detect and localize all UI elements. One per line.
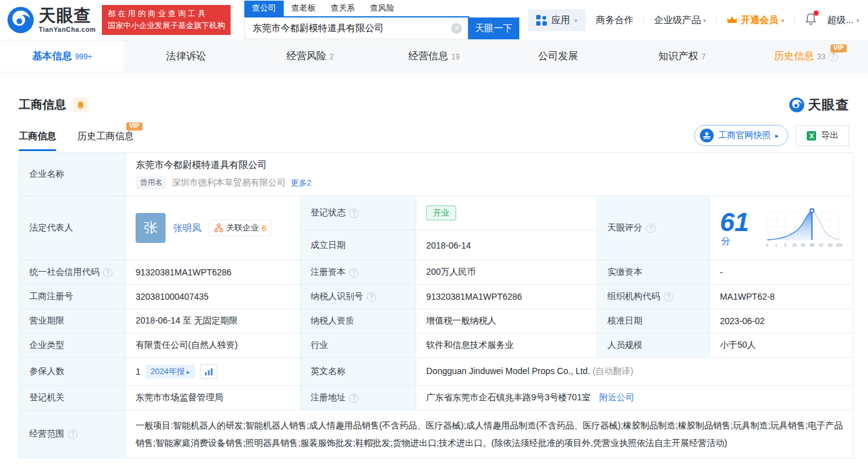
reg-authority-value: 东莞市市场监督管理局: [126, 386, 301, 410]
slogan-banner: 都在用的商业查询工具 国家中小企业发展子基金旗下机构: [102, 5, 231, 36]
search-tab-boss[interactable]: 查老板: [284, 1, 323, 16]
search-tab-relation[interactable]: 查关系: [323, 1, 362, 16]
industry-value: 软件和信息技术服务业: [416, 333, 597, 358]
tianyancha-logo[interactable]: 天眼查 TianYanCha.com: [6, 6, 96, 34]
business-info-tabs: 工商信息 VIP 历史工商信息: [19, 131, 134, 151]
more-former-names-link[interactable]: 更多2: [291, 177, 311, 189]
staff-size-value: 小于50人: [710, 333, 854, 358]
business-scope-value: 一般项目:智能机器人的研发;智能机器人销售;成人情趣用品销售(不含药品、医疗器械…: [136, 417, 843, 452]
taxpayer-id-label: 纳税人识别号?: [301, 285, 416, 309]
subscribe-bell-icon[interactable]: [72, 97, 89, 112]
legal-rep-avatar[interactable]: 张: [136, 213, 166, 243]
taxpayer-quality-value: 增值税一般纳税人: [416, 309, 597, 333]
svg-text:3: 3: [784, 243, 787, 247]
apps-label: 应用: [551, 14, 570, 26]
official-snapshot-button[interactable]: 工商官网快照 ▸: [694, 125, 788, 146]
tab-basic-info[interactable]: 基本信息 999+: [0, 41, 124, 72]
former-name-value: 深圳市德利本草贸易有限公司: [172, 177, 286, 189]
tab-legal-litigation[interactable]: 法律诉讼: [124, 41, 247, 72]
table-row-company-type: 企业类型 有限责任公司(自然人独资) 行业 软件和信息技术服务业 人员规模 小于…: [19, 333, 854, 358]
table-row-credit-code: 统一社会信用代码? 91320381MA1WPT6286 注册资本? 200万人…: [19, 260, 854, 285]
business-term-value: 2018-06-14 至 无固定期限: [126, 309, 301, 333]
export-button[interactable]: 导出: [796, 125, 849, 146]
notification-dot: [814, 11, 819, 16]
insured-trend-button[interactable]: [200, 364, 217, 379]
score-label: 天眼评分?: [597, 196, 710, 260]
help-icon[interactable]: ?: [367, 292, 376, 302]
related-companies-badge[interactable]: 关联企业 6: [209, 220, 272, 236]
establish-date-label: 成立日期: [301, 230, 416, 260]
reg-authority-label: 登记机关: [19, 386, 126, 410]
org-code-value: MA1WPT62-8: [710, 285, 854, 309]
legal-rep-name-link[interactable]: 张明凤: [173, 222, 201, 234]
insured-count-label: 参保人数: [19, 358, 126, 386]
reg-number-label: 工商注册号: [19, 285, 126, 309]
reg-number-value: 320381000407435: [126, 285, 301, 309]
apps-menu[interactable]: 应用 ▾: [528, 9, 586, 31]
search-tab-company[interactable]: 查公司: [244, 1, 284, 16]
help-icon[interactable]: ?: [103, 268, 112, 277]
menu-open-vip[interactable]: 开通会员 ▾: [727, 14, 784, 26]
search-tab-risk[interactable]: 查风险: [362, 1, 402, 16]
tab-operating-info[interactable]: 经营信息 19: [372, 41, 496, 72]
taxpayer-id-value: 91320381MA1WPT6286: [416, 285, 597, 309]
bar-chart-icon: [204, 368, 213, 376]
tianyancha-logo-icon: [789, 97, 805, 113]
taxpayer-quality-label: 纳税人资质: [301, 309, 416, 333]
chevron-down-icon: ▾: [782, 17, 785, 23]
business-term-label: 营业期限: [19, 309, 126, 333]
help-icon[interactable]: ?: [664, 292, 673, 302]
paid-capital-value: -: [710, 260, 854, 285]
help-icon[interactable]: ?: [646, 224, 656, 233]
divider: [794, 15, 795, 25]
search-input[interactable]: [244, 17, 468, 39]
table-row-insured-count: 参保人数 1 2024年报 ▸: [19, 358, 854, 386]
divider: [716, 15, 717, 25]
nearby-companies-link[interactable]: 附近公司: [599, 392, 634, 402]
search-tabs: 查公司 查老板 查关系 查风险: [244, 1, 469, 17]
slogan-line2: 国家中小企业发展子基金旗下机构: [107, 20, 225, 32]
help-icon[interactable]: ?: [349, 268, 359, 277]
help-icon[interactable]: ?: [349, 209, 359, 218]
tab-company-development[interactable]: 公司发展: [496, 41, 620, 72]
tab-history-info[interactable]: VIP 历史信息 33 ?: [744, 41, 868, 72]
table-row-business-term: 营业期限 2018-06-14 至 无固定期限 纳税人资质 增值税一般纳税人 核…: [19, 309, 854, 333]
menu-enterprise-product[interactable]: 企业级产品 ▾: [654, 14, 706, 26]
help-icon[interactable]: ?: [68, 430, 77, 439]
subtab-history-business-info[interactable]: VIP 历史工商信息: [77, 131, 134, 151]
excel-icon: [806, 131, 817, 141]
svg-text:0: 0: [766, 243, 769, 247]
credit-code-label: 统一社会信用代码?: [19, 260, 126, 285]
reg-capital-value: 200万人民币: [416, 260, 597, 285]
notifications-bell-icon[interactable]: [805, 12, 817, 27]
chevron-right-icon: ▸: [187, 368, 190, 375]
table-row-reg-number: 工商注册号 320381000407435 纳税人识别号? 91320381MA…: [19, 285, 854, 309]
annual-report-badge[interactable]: 2024年报 ▸: [146, 365, 195, 378]
table-row-business-scope: 经营范围? 一般项目:智能机器人的研发;智能机器人销售;成人情趣用品销售(不含药…: [19, 410, 854, 458]
reg-address-value: 广东省东莞市企石镇兆丰路9号3号楼701室: [426, 392, 591, 402]
insured-count-value: 1: [136, 367, 141, 377]
stamp-icon: [700, 129, 714, 142]
company-name-value: 东莞市今都尉模特道具有限公司: [136, 159, 843, 171]
page: 天眼查 TianYanCha.com 都在用的商业查询工具 国家中小企业发展子基…: [0, 0, 868, 474]
main-content: 工商信息 天眼查 工商信息 VIP: [0, 96, 868, 458]
table-row-reg-authority: 登记机关 东莞市市场监督管理局 注册地址? 广东省东莞市企石镇兆丰路9号3号楼7…: [19, 386, 854, 410]
english-name-label: 英文名称: [301, 358, 416, 386]
org-code-label: 组织机构代码?: [597, 285, 710, 309]
top-header: 天眼查 TianYanCha.com 都在用的商业查询工具 国家中小企业发展子基…: [0, 0, 868, 40]
subtab-business-info[interactable]: 工商信息: [19, 131, 56, 151]
former-name-badge: 曾用名: [136, 176, 167, 189]
establish-date-value: 2018-06-14: [416, 230, 597, 260]
menu-super-vip[interactable]: 超级... ▾: [827, 14, 859, 26]
score-distribution-chart: 0 1 3 15 50 85 97 99 100: [765, 205, 843, 251]
approval-date-value: 2023-06-02: [710, 309, 854, 333]
help-icon[interactable]: ?: [349, 393, 359, 403]
chevron-down-icon: ▾: [704, 17, 707, 23]
tab-operating-risk[interactable]: 经营风险 2: [248, 41, 372, 72]
company-nav-tabs: 基本信息 999+ 法律诉讼 经营风险 2 经营信息 19 公司发展 知识产权 …: [0, 40, 868, 72]
reg-capital-label: 注册资本?: [301, 260, 416, 285]
svg-text:1: 1: [775, 243, 777, 247]
search-button[interactable]: 天眼一下: [468, 17, 519, 39]
tab-intellectual-property[interactable]: 知识产权 7: [620, 41, 744, 72]
menu-biz-cooperation[interactable]: 商务合作: [596, 14, 633, 26]
